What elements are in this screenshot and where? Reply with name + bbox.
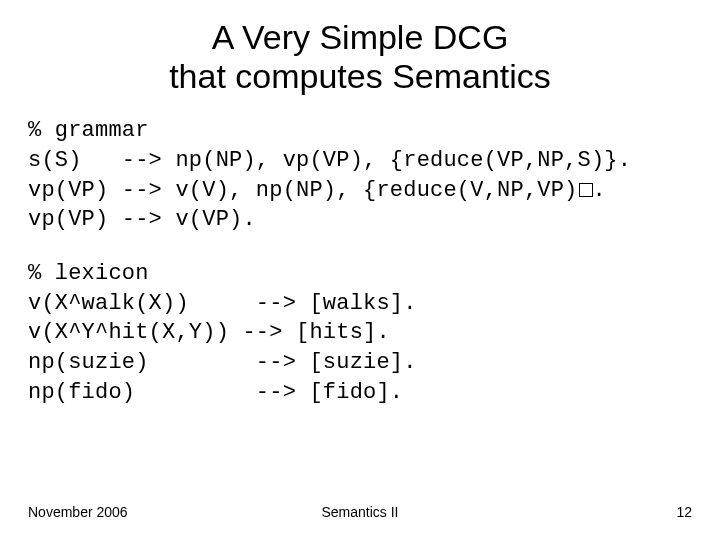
footer-page-number: 12 (676, 504, 692, 520)
grammar-rule-3: vp(VP) --> v(VP). (28, 207, 256, 232)
grammar-comment: % grammar (28, 118, 149, 143)
slide-title: A Very Simple DCG that computes Semantic… (28, 18, 692, 96)
grammar-rule-2: vp(VP) --> v(V), np(NP), {reduce(V,NP,VP… (28, 178, 606, 203)
slide-footer: November 2006 Semantics II 12 (28, 504, 692, 520)
footer-date: November 2006 (28, 504, 128, 520)
lexicon-comment: % lexicon (28, 261, 149, 286)
title-line-2: that computes Semantics (169, 57, 551, 95)
grammar-rule-2-pre: vp(VP) --> v(V), np(NP), {reduce(V,NP,VP… (28, 178, 578, 203)
lexicon-rule-4: np(fido) --> [fido]. (28, 380, 403, 405)
grammar-rule-1: s(S) --> np(NP), vp(VP), {reduce(VP,NP,S… (28, 148, 631, 173)
title-line-1: A Very Simple DCG (212, 18, 509, 56)
lexicon-block: % lexicon v(X^walk(X)) --> [walks]. v(X^… (28, 259, 692, 407)
replacement-glyph-icon (579, 183, 593, 197)
grammar-block: % grammar s(S) --> np(NP), vp(VP), {redu… (28, 116, 692, 235)
lexicon-rule-3: np(suzie) --> [suzie]. (28, 350, 417, 375)
slide: A Very Simple DCG that computes Semantic… (0, 0, 720, 540)
grammar-rule-2-post: . (593, 178, 606, 203)
lexicon-rule-2: v(X^Y^hit(X,Y)) --> [hits]. (28, 320, 390, 345)
lexicon-rule-1: v(X^walk(X)) --> [walks]. (28, 291, 417, 316)
